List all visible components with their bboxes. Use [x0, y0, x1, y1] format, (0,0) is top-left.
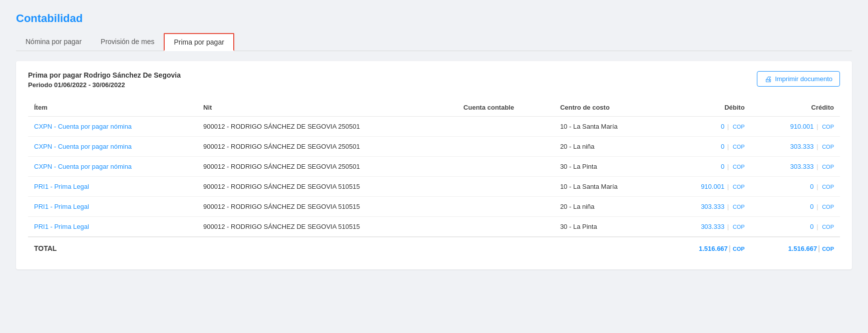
total-label: TOTAL	[28, 237, 661, 259]
table-row: CXPN - Cuenta por pagar nómina 900012 - …	[28, 157, 840, 177]
cell-credito: 303.333 | COP	[751, 157, 840, 177]
cell-credito: 303.333 | COP	[751, 137, 840, 157]
table-row: PRI1 - Prima Legal 900012 - RODRIGO SÁNC…	[28, 217, 840, 237]
col-debito: Débito	[661, 99, 750, 117]
cell-cuenta	[458, 117, 554, 137]
cell-item[interactable]: PRI1 - Prima Legal	[28, 197, 197, 217]
table-row: CXPN - Cuenta por pagar nómina 900012 - …	[28, 117, 840, 137]
print-button-label: Imprimir documento	[775, 75, 832, 83]
cell-credito: 910.001 | COP	[751, 117, 840, 137]
cell-item[interactable]: PRI1 - Prima Legal	[28, 217, 197, 237]
page-container: Contabilidad Nómina por pagar Provisión …	[0, 0, 868, 333]
cell-centro: 20 - La niña	[554, 137, 661, 157]
col-cuenta: Cuenta contable	[458, 99, 554, 117]
cell-cuenta	[458, 137, 554, 157]
print-button[interactable]: 🖨 Imprimir documento	[757, 71, 840, 87]
cell-centro: 20 - La niña	[554, 197, 661, 217]
cell-debito: 910.001 | COP	[661, 177, 750, 197]
table-row: PRI1 - Prima Legal 900012 - RODRIGO SÁNC…	[28, 177, 840, 197]
table-row: PRI1 - Prima Legal 900012 - RODRIGO SÁNC…	[28, 197, 840, 217]
info-period: Periodo 01/06/2022 - 30/06/2022	[28, 81, 181, 89]
tab-nomina[interactable]: Nómina por pagar	[16, 33, 91, 51]
card-info: Prima por pagar Rodrigo Sánchez De Segov…	[28, 71, 181, 89]
tab-provision[interactable]: Provisión de mes	[91, 33, 164, 51]
cell-cuenta	[458, 157, 554, 177]
cell-item[interactable]: CXPN - Cuenta por pagar nómina	[28, 157, 197, 177]
cell-credito: 0 | COP	[751, 197, 840, 217]
card-header: Prima por pagar Rodrigo Sánchez De Segov…	[28, 71, 840, 89]
cell-debito: 0 | COP	[661, 117, 750, 137]
table-row: CXPN - Cuenta por pagar nómina 900012 - …	[28, 137, 840, 157]
cell-nit: 900012 - RODRIGO SÁNCHEZ DE SEGOVIA 2505…	[197, 117, 458, 137]
table-header-row: Ítem Nit Cuenta contable Centro de costo…	[28, 99, 840, 117]
col-centro: Centro de costo	[554, 99, 661, 117]
accounting-table: Ítem Nit Cuenta contable Centro de costo…	[28, 99, 840, 259]
cell-debito: 0 | COP	[661, 137, 750, 157]
cell-centro: 30 - La Pinta	[554, 157, 661, 177]
tab-prima[interactable]: Prima por pagar	[164, 33, 234, 51]
print-icon: 🖨	[764, 75, 772, 83]
cell-item[interactable]: PRI1 - Prima Legal	[28, 177, 197, 197]
cell-debito: 303.333 | COP	[661, 217, 750, 237]
cell-nit: 900012 - RODRIGO SÁNCHEZ DE SEGOVIA 2505…	[197, 137, 458, 157]
cell-credito: 0 | COP	[751, 177, 840, 197]
cell-cuenta	[458, 197, 554, 217]
tabs-bar: Nómina por pagar Provisión de mes Prima …	[16, 33, 852, 51]
content-card: Prima por pagar Rodrigo Sánchez De Segov…	[16, 61, 852, 269]
col-credito: Crédito	[751, 99, 840, 117]
cell-centro: 30 - La Pinta	[554, 217, 661, 237]
col-item: Ítem	[28, 99, 197, 117]
total-credito: 1.516.667|COP	[751, 237, 840, 259]
cell-nit: 900012 - RODRIGO SÁNCHEZ DE SEGOVIA 5105…	[197, 177, 458, 197]
cell-credito: 0 | COP	[751, 217, 840, 237]
total-debito: 1.516.667|COP	[661, 237, 750, 259]
cell-debito: 303.333 | COP	[661, 197, 750, 217]
cell-cuenta	[458, 217, 554, 237]
cell-cuenta	[458, 177, 554, 197]
page-title: Contabilidad	[16, 12, 852, 25]
cell-nit: 900012 - RODRIGO SÁNCHEZ DE SEGOVIA 5105…	[197, 217, 458, 237]
cell-centro: 10 - La Santa María	[554, 117, 661, 137]
cell-item[interactable]: CXPN - Cuenta por pagar nómina	[28, 137, 197, 157]
cell-nit: 900012 - RODRIGO SÁNCHEZ DE SEGOVIA 5105…	[197, 197, 458, 217]
cell-centro: 10 - La Santa María	[554, 177, 661, 197]
cell-debito: 0 | COP	[661, 157, 750, 177]
cell-nit: 900012 - RODRIGO SÁNCHEZ DE SEGOVIA 2505…	[197, 157, 458, 177]
cell-item[interactable]: CXPN - Cuenta por pagar nómina	[28, 117, 197, 137]
col-nit: Nit	[197, 99, 458, 117]
table-footer-row: TOTAL 1.516.667|COP 1.516.667|COP	[28, 237, 840, 259]
info-title: Prima por pagar Rodrigo Sánchez De Segov…	[28, 71, 181, 79]
